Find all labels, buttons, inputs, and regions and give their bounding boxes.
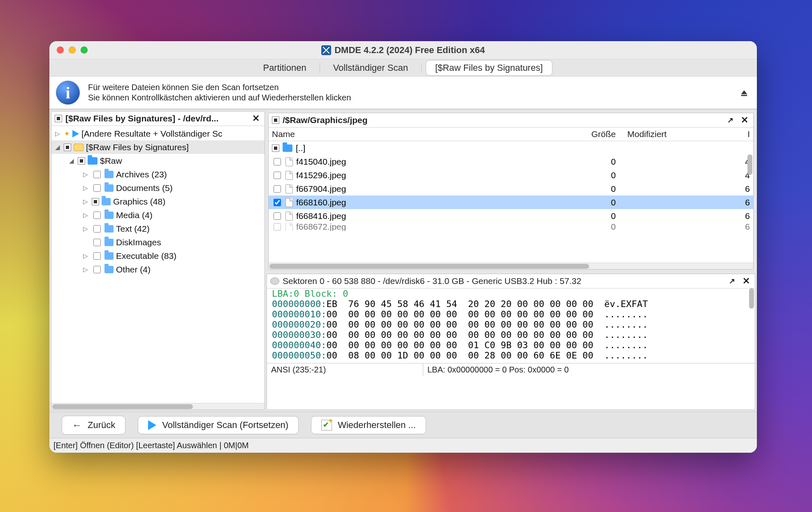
play-icon xyxy=(72,130,79,137)
hex-body[interactable]: 000000000:EB 76 90 45 58 46 41 54 20 20 … xyxy=(267,299,755,363)
column-name[interactable]: Name xyxy=(272,129,575,139)
tree-row-category[interactable]: ▷Other (4) xyxy=(51,263,264,276)
file-row[interactable]: f668160.jpeg06 xyxy=(269,195,753,209)
expand-icon[interactable]: ↗ xyxy=(726,277,738,286)
horizontal-scrollbar[interactable] xyxy=(51,403,264,410)
tree-label: Media (4) xyxy=(116,210,153,220)
continue-scan-button[interactable]: Vollständiger Scan (Fortsetzen) xyxy=(138,416,299,434)
app-logo-icon xyxy=(321,45,331,55)
expand-icon[interactable]: ▷ xyxy=(82,171,89,178)
tree-label: [Andere Resultate + Vollständiger Sc xyxy=(81,129,223,139)
file-row[interactable]: f668416.jpeg06 xyxy=(269,209,753,223)
vertical-scrollbar[interactable] xyxy=(749,288,754,396)
tree-row-category[interactable]: ▷Text (42) xyxy=(51,222,264,235)
checkbox[interactable] xyxy=(274,158,281,165)
document-icon xyxy=(285,198,293,207)
tree-row-raw[interactable]: ◢ $Raw xyxy=(51,154,264,168)
expand-icon[interactable]: ▷ xyxy=(82,212,89,219)
checkbox[interactable] xyxy=(93,184,101,192)
checkbox[interactable] xyxy=(93,171,101,178)
horizontal-scrollbar[interactable] xyxy=(269,263,753,269)
tree-row-category[interactable]: DiskImages xyxy=(51,235,264,249)
collapse-icon[interactable]: ◢ xyxy=(68,157,75,165)
tree-row-raw-signatures[interactable]: ◢ [$Raw Files by Signatures] xyxy=(51,140,264,154)
file-name: f668160.jpeg xyxy=(296,198,575,207)
checkbox[interactable] xyxy=(274,185,281,193)
expand-icon[interactable]: ▷ xyxy=(82,225,89,233)
column-date[interactable]: Modifiziert xyxy=(627,129,734,139)
tab-raw-files[interactable]: [$Raw Files by Signatures] xyxy=(426,60,552,76)
back-button[interactable]: ← Zurück xyxy=(62,416,125,435)
checkbox-indeterminate-icon[interactable] xyxy=(272,116,279,124)
expand-icon[interactable]: ▷ xyxy=(54,130,61,137)
checkbox[interactable] xyxy=(93,239,101,246)
vertical-scrollbar[interactable] xyxy=(747,154,752,262)
collapse-icon[interactable]: ◢ xyxy=(54,144,61,151)
expand-icon[interactable]: ▷ xyxy=(82,198,89,205)
tab-fullscan[interactable]: Vollständiger Scan xyxy=(324,61,417,75)
tree-row-other-results[interactable]: ▷ ✦ [Andere Resultate + Vollständiger Sc xyxy=(51,127,264,140)
tree[interactable]: ▷ ✦ [Andere Resultate + Vollständiger Sc… xyxy=(51,126,264,403)
file-row[interactable]: f668672.jpeg06 xyxy=(269,223,753,231)
expand-icon[interactable]: ▷ xyxy=(82,266,89,273)
tree-row-category[interactable]: ▷Documents (5) xyxy=(51,181,264,195)
checkbox-indeterminate-icon[interactable] xyxy=(64,144,71,151)
column-size[interactable]: Größe xyxy=(579,129,624,139)
checkbox[interactable] xyxy=(93,225,101,233)
expand-icon[interactable]: ↗ xyxy=(725,116,736,125)
checkbox[interactable] xyxy=(93,266,101,273)
checkbox[interactable] xyxy=(274,223,281,230)
tree-row-category[interactable]: ▷Media (4) xyxy=(51,208,264,222)
hex-status-pos: LBA: 0x00000000 = 0 Pos: 0x0000 = 0 xyxy=(423,363,573,376)
checkbox-indeterminate-icon[interactable] xyxy=(92,198,99,205)
checkbox-indeterminate-icon[interactable] xyxy=(272,144,279,152)
folder-open-icon xyxy=(74,144,84,151)
hex-status-encoding: ANSI (235:-21) xyxy=(267,363,423,376)
recover-button-label: Wiederherstellen ... xyxy=(338,420,416,431)
checkbox-indeterminate-icon[interactable] xyxy=(55,115,62,122)
tree-label: DiskImages xyxy=(116,237,161,247)
tree-row-category[interactable]: ▷Executable (83) xyxy=(51,249,264,263)
info-line-2: Sie können Kontrollkästchen aktivieren u… xyxy=(88,93,351,102)
status-bar-text: [Enter] Öffnen (Editor) [Leertaste] Ausw… xyxy=(53,441,249,450)
file-row[interactable]: f415296.jpeg04 xyxy=(269,168,753,182)
tree-label: Graphics (48) xyxy=(113,197,165,207)
tab-partitions[interactable]: Partitionen xyxy=(254,61,315,75)
close-icon[interactable]: ✕ xyxy=(741,276,752,286)
expand-icon[interactable]: ▷ xyxy=(82,184,89,192)
tree-label: Text (42) xyxy=(116,224,150,234)
column-id[interactable]: I xyxy=(738,129,750,139)
file-list[interactable]: [..] f415040.jpeg04f415296.jpeg04f667904… xyxy=(269,141,753,263)
file-row[interactable]: f667904.jpeg06 xyxy=(269,182,753,195)
checkbox[interactable] xyxy=(274,172,281,179)
minimize-window-button[interactable] xyxy=(69,47,76,54)
file-pane-header: /$Raw/Graphics/jpeg ↗ ✕ xyxy=(269,113,753,128)
star-icon: ✦ xyxy=(64,129,70,138)
close-icon[interactable]: ✕ xyxy=(739,115,750,126)
file-row-updir[interactable]: [..] xyxy=(269,141,753,155)
file-size: 0 xyxy=(579,211,624,221)
eject-icon[interactable] xyxy=(740,88,749,97)
file-row[interactable]: f415040.jpeg04 xyxy=(269,155,753,168)
column-headers[interactable]: Name Größe Modifiziert I xyxy=(269,128,753,141)
recover-button[interactable]: Wiederherstellen ... xyxy=(311,416,426,434)
close-window-button[interactable] xyxy=(57,47,64,54)
checkbox[interactable] xyxy=(93,252,101,260)
document-icon xyxy=(285,184,293,193)
checkbox[interactable] xyxy=(274,212,281,220)
checkbox[interactable] xyxy=(93,212,101,219)
folder-icon xyxy=(104,184,114,192)
checkbox[interactable] xyxy=(274,199,281,206)
close-icon[interactable]: ✕ xyxy=(251,113,261,124)
checkbox-indeterminate-icon[interactable] xyxy=(78,157,85,165)
hex-status-bar: ANSI (235:-21) LBA: 0x00000000 = 0 Pos: … xyxy=(267,363,755,376)
tree-label: Other (4) xyxy=(116,265,151,275)
file-name: f668416.jpeg xyxy=(296,211,575,221)
folder-icon xyxy=(104,212,114,219)
tree-row-category[interactable]: ▷Archives (23) xyxy=(51,168,264,181)
status-bar: [Enter] Öffnen (Editor) [Leertaste] Ausw… xyxy=(49,438,757,453)
tree-row-category[interactable]: ▷Graphics (48) xyxy=(51,195,264,208)
zoom-window-button[interactable] xyxy=(81,47,88,54)
right-column: /$Raw/Graphics/jpeg ↗ ✕ Name Größe Modif… xyxy=(267,111,755,410)
expand-icon[interactable]: ▷ xyxy=(82,252,89,260)
